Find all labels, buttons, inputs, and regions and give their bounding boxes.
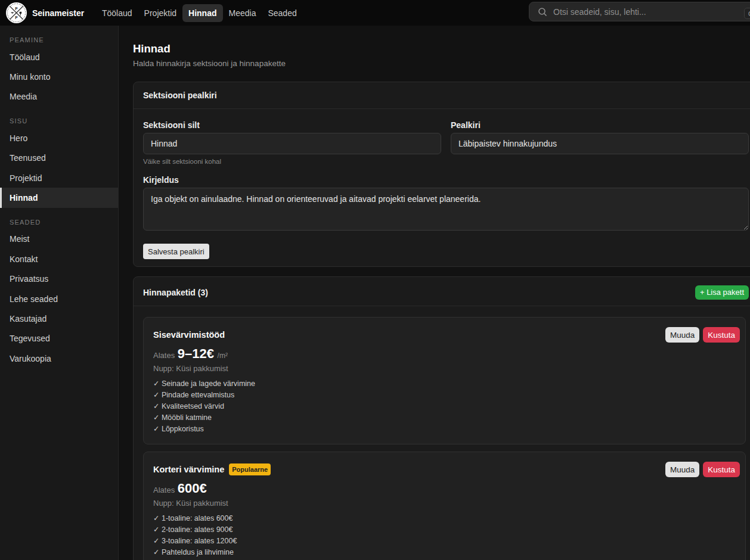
svg-text:P: P: [15, 15, 18, 20]
svg-text:P: P: [15, 7, 18, 11]
